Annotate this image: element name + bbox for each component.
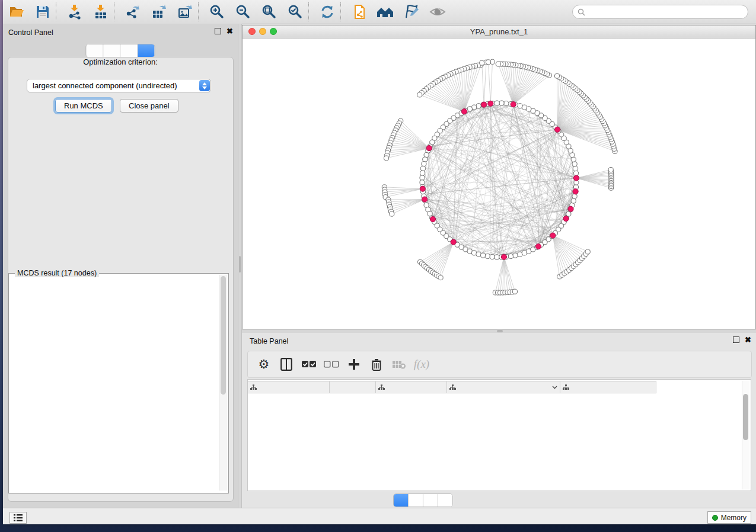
network-hub-node[interactable] <box>573 175 579 181</box>
network-hub-node[interactable] <box>430 216 435 222</box>
zoom-out-icon[interactable] <box>234 3 252 21</box>
table-row[interactable] <box>248 450 744 459</box>
refresh-arrows-icon[interactable] <box>318 3 336 21</box>
tab-motifs[interactable] <box>438 494 452 507</box>
close-panel-button[interactable]: Close panel <box>120 99 178 113</box>
network-node[interactable] <box>571 157 576 162</box>
memory-button[interactable]: Memory <box>707 511 751 524</box>
close-table-panel-icon[interactable]: ✖ <box>745 336 751 343</box>
unchecked-boxes-icon[interactable] <box>323 356 340 373</box>
network-node[interactable] <box>420 180 425 185</box>
network-leaf-node[interactable] <box>554 73 559 78</box>
trash-icon[interactable] <box>368 356 385 373</box>
network-hub-node[interactable] <box>568 206 573 211</box>
export-network-icon[interactable] <box>124 3 142 21</box>
network-node[interactable] <box>490 254 495 259</box>
search-box[interactable] <box>572 5 748 19</box>
network-node[interactable] <box>495 101 499 105</box>
network-leaf-node[interactable] <box>417 92 422 97</box>
network-node[interactable] <box>518 252 522 257</box>
table-scrollbar[interactable] <box>742 381 749 489</box>
network-hub-node[interactable] <box>420 186 425 191</box>
network-node[interactable] <box>420 175 425 180</box>
column-header-predecessor-nodes[interactable] <box>560 382 656 393</box>
network-node[interactable] <box>420 171 425 175</box>
plus-icon[interactable] <box>346 356 362 373</box>
table-row[interactable] <box>248 459 744 469</box>
float-panel-icon[interactable] <box>215 28 221 34</box>
task-history-button[interactable] <box>9 512 27 524</box>
column-header-shared-name[interactable] <box>248 382 330 393</box>
network-node[interactable] <box>481 253 486 258</box>
open-folder-icon[interactable] <box>8 3 25 21</box>
network-window-titlebar[interactable]: YPA_prune.txt_1 <box>243 25 755 39</box>
network-node[interactable] <box>424 152 429 157</box>
split-columns-icon[interactable] <box>278 356 295 373</box>
network-node[interactable] <box>420 166 425 171</box>
table-row[interactable] <box>248 402 744 412</box>
network-node[interactable] <box>572 194 577 198</box>
network-node[interactable] <box>499 101 504 105</box>
table-scrollbar-thumb[interactable] <box>743 394 748 440</box>
run-mcds-button[interactable]: Run MCDS <box>55 99 112 113</box>
table-row[interactable] <box>248 478 744 488</box>
gear-icon[interactable]: ⚙ <box>256 356 272 373</box>
tab-style[interactable] <box>104 44 121 57</box>
network-node[interactable] <box>422 162 426 166</box>
tab-mcds[interactable] <box>138 44 155 57</box>
network-node[interactable] <box>518 104 522 108</box>
network-hub-node[interactable] <box>535 243 541 249</box>
network-node[interactable] <box>573 171 578 175</box>
network-node[interactable] <box>504 101 509 105</box>
double-house-icon[interactable] <box>377 3 394 21</box>
network-leaf-node[interactable] <box>486 60 490 65</box>
column-header-name[interactable] <box>330 382 376 393</box>
network-hub-node[interactable] <box>488 101 493 106</box>
table-row[interactable] <box>248 412 744 421</box>
eye-icon[interactable] <box>429 3 446 21</box>
zoom-selected-icon[interactable] <box>286 3 304 21</box>
tab-network[interactable] <box>87 44 104 57</box>
column-header-MCDS-role[interactable] <box>376 382 447 393</box>
network-hub-node[interactable] <box>422 197 428 202</box>
network-hub-node[interactable] <box>555 127 560 132</box>
network-node[interactable] <box>495 255 499 259</box>
import-table-icon[interactable] <box>92 3 110 21</box>
network-hub-node[interactable] <box>511 102 516 107</box>
table-row[interactable] <box>248 469 744 478</box>
criterion-dropdown[interactable]: largest connected component (undirected) <box>27 79 211 92</box>
column-header-successor-nodes[interactable] <box>447 382 560 393</box>
network-leaf-node[interactable] <box>438 275 443 280</box>
close-panel-icon[interactable]: ✖ <box>227 28 233 34</box>
document-network-icon[interactable] <box>350 3 368 21</box>
network-node[interactable] <box>508 254 513 258</box>
mcds-list-scrollbar[interactable] <box>219 275 227 491</box>
network-hub-node[interactable] <box>573 189 578 194</box>
network-node[interactable] <box>571 198 576 203</box>
network-node[interactable] <box>423 157 428 162</box>
network-leaf-node[interactable] <box>608 167 613 172</box>
network-hub-node[interactable] <box>461 109 467 114</box>
network-hub-node[interactable] <box>501 254 506 259</box>
network-leaf-node[interactable] <box>384 156 388 161</box>
network-node[interactable] <box>513 253 518 258</box>
save-floppy-icon[interactable] <box>34 3 52 21</box>
network-node[interactable] <box>522 105 527 110</box>
network-hub-node[interactable] <box>550 233 556 238</box>
table-row[interactable] <box>248 440 744 450</box>
network-leaf-node[interactable] <box>480 60 484 65</box>
network-leaf-node[interactable] <box>390 211 394 216</box>
network-leaf-node[interactable] <box>496 62 500 66</box>
float-table-panel-icon[interactable] <box>733 336 739 343</box>
export-table-icon[interactable] <box>150 3 168 21</box>
tab-select[interactable] <box>121 44 138 57</box>
network-hub-node[interactable] <box>481 102 486 107</box>
network-node[interactable] <box>573 166 578 171</box>
network-node[interactable] <box>572 162 577 166</box>
network-node[interactable] <box>476 104 481 108</box>
network-node[interactable] <box>471 251 476 255</box>
network-leaf-node[interactable] <box>512 289 517 294</box>
network-hub-node[interactable] <box>426 145 432 150</box>
horizontal-splitter-handle[interactable] <box>497 330 503 332</box>
export-image-icon[interactable] <box>176 3 194 21</box>
